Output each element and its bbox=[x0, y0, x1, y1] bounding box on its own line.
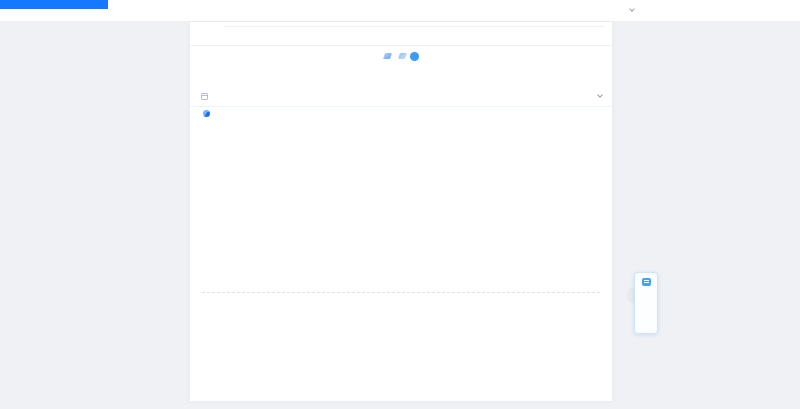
dashed-divider bbox=[202, 292, 600, 293]
divider bbox=[190, 106, 612, 107]
vat-payable-kpi bbox=[203, 110, 214, 120]
divider bbox=[190, 45, 612, 46]
feedback-widget[interactable] bbox=[634, 272, 658, 334]
chevron-down-icon bbox=[597, 92, 603, 98]
invoice-analysis-panel bbox=[190, 22, 612, 401]
invoice-tax-chart bbox=[202, 301, 417, 401]
invoice-amount-chart bbox=[202, 185, 600, 285]
kpi-dot-icon bbox=[203, 110, 210, 117]
title-row bbox=[190, 49, 612, 63]
widget-collapse-handle[interactable] bbox=[627, 287, 634, 303]
calendar-icon bbox=[201, 93, 208, 100]
nav-collapse-chevron-icon[interactable] bbox=[629, 6, 635, 12]
chat-bubble-icon bbox=[642, 278, 651, 286]
analysis-nav-bar bbox=[0, 0, 800, 22]
summary-cards bbox=[198, 142, 604, 176]
vat-line-chart-svg bbox=[456, 321, 606, 395]
date-range-select[interactable] bbox=[595, 93, 602, 97]
previous-chart-axis-line bbox=[224, 26, 604, 27]
filter-row bbox=[190, 90, 612, 104]
top-left-blue-bar bbox=[0, 0, 108, 9]
title-decor-right-icon bbox=[398, 53, 407, 59]
help-icon[interactable] bbox=[410, 52, 419, 61]
title-decor-left-icon bbox=[383, 53, 392, 59]
vat-amount-chart bbox=[430, 301, 608, 401]
invoice-analysis-dashboard bbox=[0, 0, 800, 409]
